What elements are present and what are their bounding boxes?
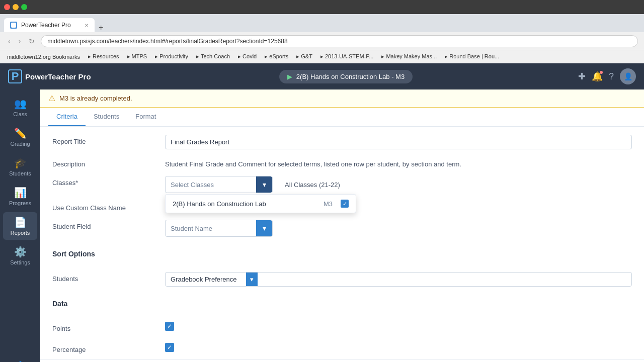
classes-dropdown: 2(B) Hands on Construction Lab M3 ✓ [165,194,356,213]
dropdown-class-item[interactable]: 2(B) Hands on Construction Lab M3 ✓ [166,195,356,213]
student-field-label: Student Field [52,220,153,230]
sidebar-item-progress[interactable]: 📊 Progress [3,183,37,210]
classes-select-text: Select Classes [166,178,256,192]
class-name-text: 2(B) Hands on Construction Lab [173,200,319,208]
class-checkbox[interactable]: ✓ [341,200,349,208]
grading-icon: ✏️ [14,127,27,139]
bookmark-resources[interactable]: ▸ Resources [85,52,122,61]
report-title-label: Report Title [52,135,153,145]
tab-students[interactable]: Students [86,108,127,126]
logo-icon: P [8,69,22,83]
percentage-label: Percentage [52,343,153,353]
percentage-checkbox[interactable]: ✓ [165,343,174,352]
sidebar-item-apps[interactable]: 🔷 Apps [3,356,37,362]
bookmark-covid[interactable]: ▸ Covid [235,52,260,61]
warning-bar: ⚠ M3 is already completed. [40,89,644,108]
bookmark-g-t[interactable]: ▸ G&T [293,52,315,61]
notifications-icon[interactable]: 🔔 [592,71,603,82]
sidebar-label-reports: Reports [11,230,30,236]
form-content: Report Title Description Student Final G… [40,127,644,359]
sidebar-item-class[interactable]: 👥 Class [3,94,37,121]
points-value: ✓ [165,322,632,335]
sidebar-item-students[interactable]: 🎓 Students [3,153,37,180]
points-row: Points ✓ [52,322,632,335]
current-class-label: 2(B) Hands on Construction Lab - M3 [296,73,405,80]
data-section-header-row: Data [52,295,632,314]
bookmark-2013[interactable]: ▸ 2013-UA-STEM-P... [317,52,376,61]
bookmark-mtps[interactable]: ▸ MTPS [124,52,150,61]
class-icon: 👥 [14,98,27,110]
add-icon[interactable]: ✚ [578,71,586,82]
sidebar-item-settings[interactable]: ⚙️ Settings [3,242,37,269]
chevron-down-icon-2: ▾ [263,224,266,232]
progress-icon: 📊 [14,187,27,199]
avatar[interactable]: 👤 [620,68,636,84]
sort-options-section: Sort Options [52,245,632,264]
report-title-input[interactable] [165,135,632,149]
url-text: middletown.psisjs.com/teachers/index.htm… [47,38,287,45]
all-classes-label: All Classes (21-22) [285,181,340,189]
students-sort-value: Gradebook Preference ▾ [165,272,632,287]
sidebar-item-grading[interactable]: ✏️ Grading [3,123,37,151]
students-icon: 🎓 [14,157,27,169]
tab-format[interactable]: Format [127,108,164,126]
refresh-button[interactable]: ↻ [27,37,37,45]
student-field-value: Student Name ▾ [165,220,632,237]
points-label: Points [52,322,153,332]
bookmark-middletown[interactable]: middletown12.org Bookmarks [4,53,83,61]
custom-class-label: Use Custom Class Name [52,201,153,212]
bookmark-techcoach[interactable]: ▸ Tech Coach [193,52,233,61]
classes-row: Classes* Select Classes ▾ All Classes (2… [52,176,632,193]
student-field-chevron[interactable]: ▾ [256,220,272,236]
settings-icon: ⚙️ [14,246,27,258]
tab-favicon [10,22,17,29]
description-row: Description Student Final Grade and Comm… [52,157,632,168]
classes-chevron-button[interactable]: ▾ [256,176,272,193]
students-sort-text: Gradebook Preference [166,273,246,286]
sidebar-label-students: Students [9,170,31,176]
back-button[interactable]: ‹ [6,37,13,45]
bookmark-makey[interactable]: ▸ Makey Makey Mas... [378,52,440,61]
points-checkbox-row: ✓ [165,322,632,331]
students-sort-arrow[interactable]: ▾ [246,273,258,286]
chevron-down-icon: ▾ [263,180,266,189]
bookmark-productivity[interactable]: ▸ Productivity [152,52,191,61]
app-header: P PowerTeacher Pro ▶ 2(B) Hands on Const… [0,63,644,89]
student-field-row: Student Field Student Name ▾ [52,220,632,237]
data-section-label: Data [52,295,153,314]
classes-label: Classes* [52,176,153,187]
sidebar-label-settings: Settings [10,259,30,265]
students-sort-select[interactable]: Gradebook Preference ▾ [165,272,632,287]
tab-criteria[interactable]: Criteria [48,108,86,126]
classes-select[interactable]: Select Classes ▾ [165,176,273,193]
bookmark-round[interactable]: ▸ Round Base | Rou... [442,52,502,61]
forward-button[interactable]: › [17,37,23,45]
header-actions: ✚ 🔔 ? 👤 [578,68,636,84]
sidebar: 👥 Class ✏️ Grading 🎓 Students 📊 Progress… [0,89,40,362]
browser-tab[interactable]: PowerTeacher Pro ✕ [4,18,95,32]
bookmarks-bar: middletown12.org Bookmarks ▸ Resources ▸… [0,50,644,63]
bookmark-esports[interactable]: ▸ eSports [262,52,291,61]
help-icon[interactable]: ? [609,71,614,82]
url-bar[interactable]: middletown.psisjs.com/teachers/index.htm… [41,35,638,47]
percentage-checkbox-row: ✓ [165,343,632,352]
tab-close-button[interactable]: ✕ [85,23,89,28]
percentage-row: Percentage ✓ [52,343,632,356]
app-name: PowerTeacher Pro [25,72,91,81]
classes-value: Select Classes ▾ All Classes (21-22) 2(B… [165,176,632,193]
reports-icon: 📄 [14,216,27,228]
term-label: M3 [324,200,333,208]
brand-section: P PowerTeacher Pro [8,69,114,83]
report-title-row: Report Title [52,135,632,149]
main-content: ⚠ M3 is already completed. Criteria Stud… [40,89,644,362]
warning-text: M3 is already completed. [59,95,132,102]
app-container: 👥 Class ✏️ Grading 🎓 Students 📊 Progress… [0,89,644,362]
current-class-button[interactable]: ▶ 2(B) Hands on Construction Lab - M3 [279,70,413,83]
sidebar-label-class: Class [13,111,27,117]
points-checkbox[interactable]: ✓ [165,322,174,331]
student-field-select[interactable]: Student Name ▾ [165,220,273,237]
student-field-text: Student Name [166,222,256,235]
percentage-value: ✓ [165,343,632,356]
new-tab-button[interactable]: + [95,23,107,32]
sidebar-item-reports[interactable]: 📄 Reports [3,212,37,240]
